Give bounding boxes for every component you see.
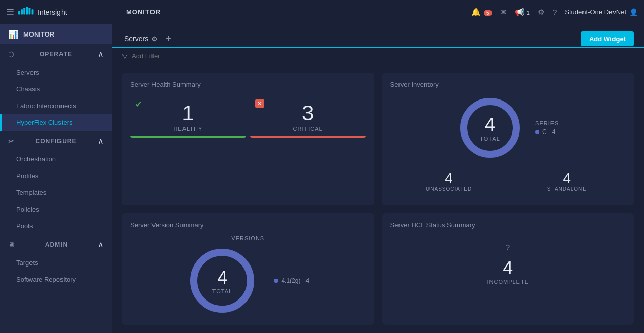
svg-rect-1	[21, 9, 23, 14]
sidebar-item-orchestration[interactable]: Orchestration	[0, 151, 112, 168]
standalone-label: STANDALONE	[547, 186, 587, 192]
servers-tab-label: Servers	[124, 35, 148, 43]
standalone-stat: 4 STANDALONE	[508, 165, 626, 197]
critical-cell: ✕ 3 CRITICAL	[250, 94, 366, 138]
question-icon: ?	[506, 243, 510, 251]
legend-c-count: 4	[552, 128, 556, 136]
sidebar-item-hyperflex[interactable]: HyperFlex Clusters HyperFlex Clusters	[0, 114, 112, 131]
sidebar-item-policies[interactable]: Policies	[0, 201, 112, 218]
hcl-inner: ? 4 INCOMPLETE	[390, 235, 626, 289]
topbar-left: ☰ Intersight	[6, 7, 118, 18]
inventory-card: Server Inventory 4 TOTAL SERIES	[382, 73, 634, 205]
sidebar-monitor-label: MONITOR	[23, 30, 54, 38]
user-avatar-icon: 👤	[629, 8, 638, 16]
inventory-total-label: TOTAL	[480, 136, 500, 142]
version-legend-label: 4.1(2g)	[281, 277, 300, 284]
tab-settings-icon[interactable]: ⚙	[151, 35, 158, 43]
fabric-label: Fabric Interconnects	[16, 102, 76, 110]
announce-icon[interactable]: 📢 1	[515, 8, 530, 17]
pools-label: Pools	[16, 222, 33, 230]
version-legend-count: 4	[305, 277, 309, 284]
content-area: Servers ⚙ + Add Widget ▽ Server Health S…	[112, 24, 644, 333]
sidebar-item-monitor[interactable]: 📊 MONITOR	[0, 24, 112, 44]
hcl-title: Server HCL Status Summary	[390, 221, 626, 229]
orchestration-label: Orchestration	[16, 155, 56, 163]
version-donut-center: 4 TOTAL	[212, 267, 232, 294]
series-label: SERIES	[535, 120, 559, 126]
unassociated-stat: 4 UNASSOCIATED	[390, 165, 508, 197]
health-summary-card: Server Health Summary ✔ 1 HEALTHY ✕ 3 CR…	[122, 73, 374, 205]
legend-dot-c	[535, 130, 539, 134]
topbar-right: 🔔 5 ✉ 📢 1 ⚙ ? Student-One DevNet 👤	[471, 8, 638, 17]
hyperflex-label: HyperFlex Clusters	[16, 119, 73, 126]
sidebar-item-servers[interactable]: Servers	[0, 64, 112, 81]
profiles-label: Profiles	[16, 172, 38, 180]
version-legend-item: 4.1(2g) 4	[274, 277, 309, 284]
sidebar-item-chassis[interactable]: Chassis	[0, 81, 112, 97]
sidebar-operate-header[interactable]: ⬡ OPERATE ∧	[0, 44, 112, 64]
app-name: Intersight	[38, 8, 67, 16]
admin-icon: 🖥	[8, 241, 15, 249]
hamburger-menu[interactable]: ☰	[6, 7, 14, 18]
user-section[interactable]: Student-One DevNet 👤	[565, 8, 638, 16]
inventory-stats: 4 UNASSOCIATED 4 STANDALONE	[390, 165, 626, 197]
healthy-check-icon: ✔	[135, 99, 142, 109]
content-header: Servers ⚙ + Add Widget	[112, 24, 644, 48]
cisco-logo: Intersight	[18, 7, 67, 18]
sidebar-configure-header[interactable]: ✂ CONFIGURE ∧	[0, 131, 112, 151]
hcl-number: 4	[503, 257, 513, 279]
sidebar-item-profiles[interactable]: Profiles	[0, 168, 112, 184]
sidebar-item-targets[interactable]: Targets	[0, 254, 112, 271]
admin-chevron-icon: ∧	[98, 240, 104, 249]
healthy-count: 1	[182, 103, 194, 124]
configure-icon: ✂	[8, 137, 14, 145]
legend-c-item: C 4	[535, 128, 559, 136]
filter-icon: ▽	[122, 52, 128, 60]
section-label: MONITOR	[126, 8, 161, 16]
critical-x-icon: ✕	[255, 99, 264, 108]
versions-label: VERSIONS	[130, 235, 366, 241]
health-title: Server Health Summary	[130, 81, 366, 88]
admin-label: ADMIN	[45, 241, 68, 248]
legend-c-label: C	[542, 128, 547, 136]
sidebar-item-pools[interactable]: Pools	[0, 218, 112, 235]
operate-chevron-icon: ∧	[98, 49, 104, 59]
bell-icon[interactable]: 🔔 5	[471, 8, 492, 17]
cisco-icon	[18, 7, 35, 18]
sidebar-item-templates[interactable]: Templates	[0, 184, 112, 201]
filter-bar: ▽	[112, 48, 644, 64]
version-legend: 4.1(2g) 4	[274, 277, 309, 284]
message-icon[interactable]: ✉	[500, 8, 507, 17]
operate-icon: ⬡	[8, 50, 14, 58]
version-total-number: 4	[217, 267, 227, 288]
svg-rect-4	[28, 8, 30, 14]
svg-rect-2	[23, 8, 25, 14]
sidebar-item-fabric[interactable]: Fabric Interconnects	[0, 97, 112, 114]
inventory-donut: 4 TOTAL	[457, 95, 523, 161]
sidebar-item-software-repo[interactable]: Software Repository	[0, 271, 112, 288]
sidebar-admin-header[interactable]: 🖥 ADMIN ∧	[0, 235, 112, 254]
software-repo-label: Software Repository	[16, 276, 76, 283]
standalone-number: 4	[563, 170, 571, 186]
settings-icon[interactable]: ⚙	[538, 8, 544, 17]
add-widget-button[interactable]: Add Widget	[581, 31, 634, 46]
inventory-donut-center: 4 TOTAL	[480, 114, 500, 142]
dashboard-grid: Server Health Summary ✔ 1 HEALTHY ✕ 3 CR…	[112, 64, 644, 333]
help-icon[interactable]: ?	[553, 8, 557, 16]
servers-tab[interactable]: Servers ⚙	[122, 30, 160, 48]
inventory-title: Server Inventory	[390, 81, 626, 88]
add-tab-button[interactable]: +	[166, 34, 171, 44]
svg-rect-0	[18, 11, 20, 14]
version-inner: 4 TOTAL 4.1(2g) 4	[130, 245, 366, 316]
version-total-label: TOTAL	[212, 288, 232, 294]
version-dot	[274, 279, 278, 283]
templates-label: Templates	[16, 189, 46, 196]
hcl-card: Server HCL Status Summary ? 4 INCOMPLETE	[382, 213, 634, 325]
filter-input[interactable]	[132, 52, 634, 60]
monitor-icon: 📊	[8, 29, 18, 39]
unassociated-number: 4	[445, 170, 453, 186]
sidebar: 📊 MONITOR ⬡ OPERATE ∧ Servers Chassis Fa…	[0, 24, 112, 333]
configure-label: CONFIGURE	[36, 138, 77, 145]
health-grid: ✔ 1 HEALTHY ✕ 3 CRITICAL	[130, 94, 366, 138]
inventory-legend-section: SERIES C 4	[535, 120, 559, 136]
